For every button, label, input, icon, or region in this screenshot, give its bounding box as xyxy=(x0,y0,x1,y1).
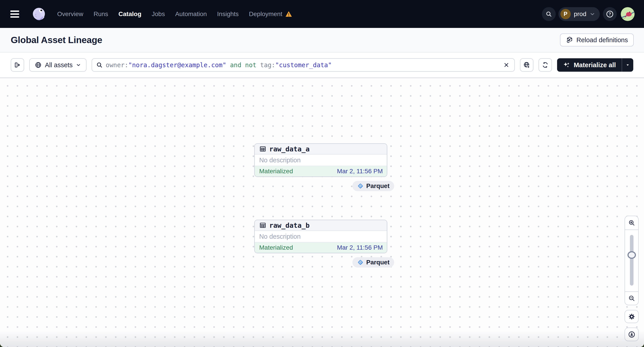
dagster-logo[interactable] xyxy=(32,7,46,21)
refresh-button[interactable] xyxy=(538,58,552,72)
workspace-switcher[interactable]: P prod xyxy=(558,7,600,21)
refresh-icon xyxy=(542,61,549,68)
main-nav: Overview Runs Catalog Jobs Automation In… xyxy=(57,10,292,18)
caret-down-icon xyxy=(625,62,630,68)
nav-item-automation[interactable]: Automation xyxy=(175,10,207,18)
asset-node-header: raw_data_a xyxy=(255,144,387,155)
zoom-out-button[interactable] xyxy=(625,292,638,305)
table-icon xyxy=(259,145,266,152)
nav-right: P prod ? xyxy=(542,7,634,21)
status-badge: Materialized xyxy=(259,168,293,175)
asset-description: No description xyxy=(255,155,387,166)
materialize-options-button[interactable] xyxy=(622,58,633,72)
top-navbar: Overview Runs Catalog Jobs Automation In… xyxy=(0,0,644,28)
asset-node-raw-data-b[interactable]: raw_data_b No description Materialized M… xyxy=(254,220,387,253)
reload-definitions-button[interactable]: Reload definitions xyxy=(560,33,634,46)
asset-description: No description xyxy=(255,231,387,243)
lineage-graph-canvas[interactable]: raw_data_a No description Materialized M… xyxy=(0,78,644,347)
materialize-all-button[interactable]: Materialize all xyxy=(557,58,622,72)
nav-left: Overview Runs Catalog Jobs Automation In… xyxy=(10,7,292,21)
zoom-in-icon xyxy=(628,219,635,226)
status-badge: Materialized xyxy=(259,244,293,251)
search-icon xyxy=(546,11,552,17)
zoom-controls xyxy=(624,216,639,305)
nav-item-runs[interactable]: Runs xyxy=(94,10,108,18)
asset-name: raw_data_a xyxy=(269,145,310,153)
open-left-panel-button[interactable] xyxy=(11,58,24,72)
bottom-shadow xyxy=(0,330,644,347)
globe-plus-icon xyxy=(523,61,530,68)
lineage-toolbar: All assets owner:"nora.dagster@example.c… xyxy=(0,52,644,78)
chevron-down-icon xyxy=(76,62,81,68)
workspace-avatar: P xyxy=(560,9,571,19)
help-button[interactable]: ? xyxy=(603,7,617,21)
search-icon xyxy=(96,62,103,68)
tag-label: Parquet xyxy=(366,182,390,190)
download-image-button[interactable] xyxy=(624,328,639,341)
materialization-timestamp[interactable]: Mar 2, 11:56 PM xyxy=(337,168,383,175)
clear-search-button[interactable] xyxy=(502,60,511,70)
parquet-icon xyxy=(357,259,364,266)
asset-node-header: raw_data_b xyxy=(255,220,387,231)
cardinal-bird-avatar-image xyxy=(621,7,634,21)
zoom-slider-knob[interactable] xyxy=(628,251,636,259)
globe-icon xyxy=(35,61,42,68)
nav-item-jobs[interactable]: Jobs xyxy=(152,10,165,18)
hamburger-menu-icon[interactable] xyxy=(10,10,20,18)
nav-item-deployment[interactable]: Deployment xyxy=(249,10,282,18)
deployment-warning-icon xyxy=(285,10,292,18)
user-avatar[interactable] xyxy=(621,7,634,21)
sparkles-icon xyxy=(563,61,570,69)
asset-search-input[interactable]: owner:"nora.dagster@example.com" and not… xyxy=(92,58,515,72)
reload-cube-icon xyxy=(566,36,574,44)
new-asset-group-button[interactable] xyxy=(520,58,534,72)
page-title: Global Asset Lineage xyxy=(11,35,102,45)
asset-node-raw-data-a[interactable]: raw_data_a No description Materialized M… xyxy=(254,143,387,177)
search-query-text: owner:"nora.dagster@example.com" and not… xyxy=(106,61,498,69)
panel-expand-icon xyxy=(14,61,21,68)
parquet-icon xyxy=(357,183,364,189)
materialize-all-split-button: Materialize all xyxy=(557,58,633,72)
asset-tag-parquet[interactable]: Parquet xyxy=(352,257,394,268)
asset-scope-label: All assets xyxy=(45,61,72,69)
materialize-all-label: Materialize all xyxy=(574,61,616,69)
close-icon xyxy=(503,62,510,68)
chevron-down-icon xyxy=(590,11,595,17)
reload-definitions-label: Reload definitions xyxy=(576,36,628,44)
asset-name: raw_data_b xyxy=(269,222,310,229)
asset-status-row: Materialized Mar 2, 11:56 PM xyxy=(255,166,387,176)
nav-item-overview[interactable]: Overview xyxy=(57,10,83,18)
zoom-out-icon xyxy=(628,295,635,302)
dagster-app-window: Overview Runs Catalog Jobs Automation In… xyxy=(0,0,644,347)
help-icon: ? xyxy=(606,10,614,18)
table-icon xyxy=(259,222,266,229)
workspace-name: prod xyxy=(574,10,586,18)
zoom-slider xyxy=(625,230,638,291)
nav-item-catalog[interactable]: Catalog xyxy=(118,10,142,18)
download-icon xyxy=(628,331,636,338)
page-header: Global Asset Lineage Reload definitions xyxy=(0,28,644,52)
nav-item-insights[interactable]: Insights xyxy=(217,10,239,18)
asset-scope-dropdown[interactable]: All assets xyxy=(29,58,86,72)
asset-tag-parquet[interactable]: Parquet xyxy=(352,181,394,191)
gear-icon xyxy=(628,313,635,320)
zoom-in-button[interactable] xyxy=(625,216,638,230)
global-search-button[interactable] xyxy=(542,7,556,21)
materialization-timestamp[interactable]: Mar 2, 11:56 PM xyxy=(337,244,383,251)
svg-text:?: ? xyxy=(608,12,611,16)
zoom-slider-track[interactable] xyxy=(630,235,634,286)
tag-label: Parquet xyxy=(366,259,390,266)
asset-status-row: Materialized Mar 2, 11:56 PM xyxy=(255,243,387,253)
graph-settings-button[interactable] xyxy=(624,310,639,323)
